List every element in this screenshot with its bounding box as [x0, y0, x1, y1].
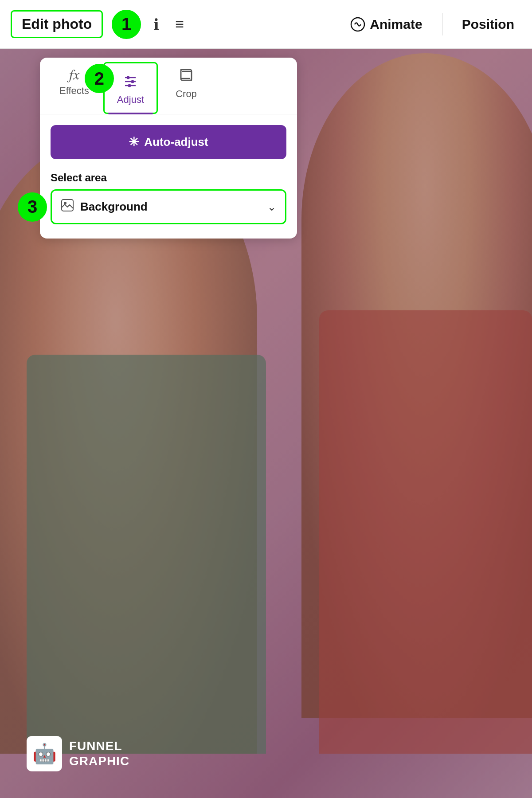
header-bar: Edit photo 1 ℹ ≡ Animate Position: [0, 0, 532, 49]
crop-label: Crop: [176, 88, 197, 100]
dropdown-image-icon: [61, 199, 74, 215]
logo-line2: GRAPHIC: [69, 754, 129, 769]
select-area-label: Select area: [51, 172, 286, 184]
logo-line1: FUNNEL: [69, 739, 129, 754]
svg-point-6: [128, 84, 131, 87]
step3-badge: 3: [18, 192, 47, 222]
menu-icon[interactable]: ≡: [172, 12, 188, 36]
auto-adjust-label: Auto-adjust: [144, 135, 208, 149]
svg-point-9: [64, 202, 66, 204]
background-dropdown[interactable]: Background ⌄: [51, 189, 286, 224]
effects-icon: 𝑓𝑥: [69, 67, 79, 82]
chevron-down-icon: ⌄: [267, 201, 276, 213]
svg-point-2: [127, 76, 130, 79]
effects-label: Effects: [59, 85, 89, 97]
edit-photo-button[interactable]: Edit photo: [11, 10, 103, 38]
tab-crop[interactable]: Crop: [160, 58, 213, 114]
animate-icon: [350, 17, 365, 32]
info-icon[interactable]: ℹ: [150, 12, 163, 37]
edit-panel: 𝑓𝑥 Effects 2 Adjust: [40, 58, 297, 239]
adjust-icon: [123, 73, 138, 90]
auto-adjust-button[interactable]: ✳ Auto-adjust: [51, 125, 286, 159]
crop-icon: [179, 67, 194, 85]
header-divider: [442, 13, 442, 35]
animate-button[interactable]: Animate: [343, 13, 429, 35]
panel-tabs: 𝑓𝑥 Effects 2 Adjust: [40, 58, 297, 114]
auto-adjust-icon: ✳: [129, 135, 139, 149]
adjust-label: Adjust: [117, 94, 144, 106]
animate-label: Animate: [370, 17, 422, 32]
logo: 🤖 FUNNEL GRAPHIC: [27, 736, 129, 771]
position-button[interactable]: Position: [455, 13, 521, 35]
step2-badge: 2: [85, 64, 114, 93]
select-area-wrapper: 3 Background ⌄: [40, 189, 297, 224]
dropdown-value: Background: [80, 200, 261, 214]
step1-badge: 1: [112, 10, 141, 39]
logo-text: FUNNEL GRAPHIC: [69, 739, 129, 768]
svg-point-4: [131, 80, 134, 83]
logo-icon: 🤖: [27, 736, 62, 771]
